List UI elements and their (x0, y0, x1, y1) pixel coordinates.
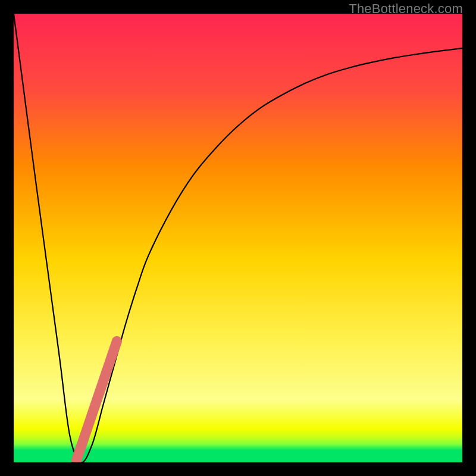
gradient-background (14, 14, 462, 462)
chart-plot-area (14, 14, 462, 462)
chart-svg (14, 14, 462, 462)
chart-frame: TheBottleneck.com (0, 0, 476, 476)
watermark-text: TheBottleneck.com (349, 1, 463, 17)
